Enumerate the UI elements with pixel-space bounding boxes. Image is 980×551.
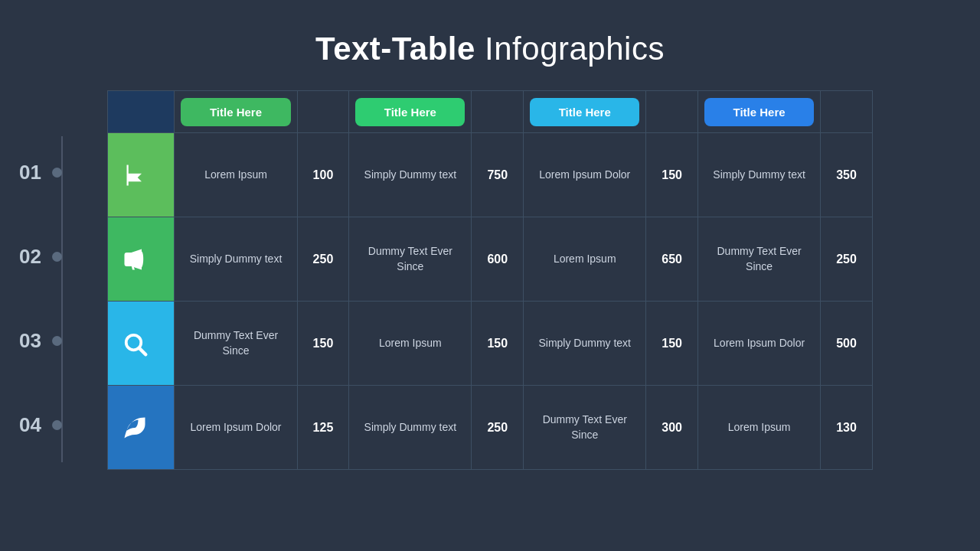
text-cell-r4-c1: Lorem Ipsum Dolor bbox=[175, 386, 297, 470]
icon-wrapper bbox=[108, 133, 162, 217]
text-cell-r2-c4: Dummy Text Ever Since bbox=[698, 217, 821, 302]
num-cell-r3-c2: 150 bbox=[472, 302, 524, 386]
table-row: Dummy Text Ever Since150Lorem Ipsum150Si… bbox=[108, 302, 873, 386]
row-label-2: 02 bbox=[19, 245, 62, 269]
num-cell-r2-c1: 250 bbox=[297, 217, 349, 302]
num-cell-r4-c2: 250 bbox=[472, 386, 524, 470]
header-num-col-3 bbox=[646, 91, 698, 133]
header-badge-3: Title Here bbox=[530, 98, 639, 126]
title-bold: Text-Table bbox=[315, 31, 475, 67]
header-row: Title Here Title Here Title Here Title H… bbox=[108, 91, 873, 133]
num-cell-r3-c1: 150 bbox=[297, 302, 349, 386]
row-label-4: 04 bbox=[19, 413, 62, 437]
text-cell-r3-c4: Lorem Ipsum Dolor bbox=[698, 302, 821, 386]
num-cell-r1-c1: 100 bbox=[297, 133, 349, 217]
text-cell-r4-c4: Lorem Ipsum bbox=[698, 386, 821, 470]
page-title: Text-Table Infographics bbox=[315, 31, 665, 67]
header-badge-2: Title Here bbox=[355, 98, 465, 126]
num-cell-r1-c3: 150 bbox=[646, 133, 698, 217]
text-cell-r3-c3: Simply Dummy text bbox=[524, 302, 646, 386]
row-label-3: 03 bbox=[19, 329, 62, 353]
table-row: Lorem Ipsum100Simply Dummy text750Lorem … bbox=[108, 133, 873, 217]
num-cell-r2-c2: 600 bbox=[472, 217, 524, 302]
icon-cell-4 bbox=[108, 386, 175, 470]
icon-cell-3 bbox=[108, 302, 175, 386]
icon-wrapper bbox=[108, 302, 162, 385]
num-cell-r2-c3: 650 bbox=[646, 217, 698, 302]
timeline-dot bbox=[52, 252, 62, 262]
header-num-col-4 bbox=[821, 91, 873, 133]
header-badge-1: Title Here bbox=[181, 98, 290, 126]
text-cell-r1-c3: Lorem Ipsum Dolor bbox=[524, 133, 646, 217]
header-badge-4: Title Here bbox=[704, 98, 814, 126]
text-cell-r2-c1: Simply Dummy text bbox=[175, 217, 297, 302]
table-row: Lorem Ipsum Dolor125Simply Dummy text250… bbox=[108, 386, 873, 470]
header-text-col-3: Title Here bbox=[524, 91, 646, 133]
row-label-1: 01 bbox=[19, 161, 62, 184]
timeline-dot bbox=[52, 420, 62, 430]
header-num-col-2 bbox=[472, 91, 524, 133]
header-num-col-1 bbox=[297, 91, 349, 133]
num-cell-r3-c3: 150 bbox=[646, 302, 698, 386]
num-cell-r1-c4: 350 bbox=[821, 133, 873, 217]
icon-cell-2 bbox=[108, 217, 175, 302]
text-cell-r1-c2: Simply Dummy text bbox=[349, 133, 472, 217]
num-cell-r4-c4: 130 bbox=[821, 386, 873, 470]
text-cell-r4-c3: Dummy Text Ever Since bbox=[524, 386, 646, 470]
text-cell-r3-c1: Dummy Text Ever Since bbox=[175, 302, 297, 386]
svg-line-1 bbox=[139, 348, 145, 354]
infographic-table: Title Here Title Here Title Here Title H… bbox=[107, 90, 873, 470]
row-number: 01 bbox=[19, 161, 41, 184]
title-light: Infographics bbox=[475, 31, 665, 67]
num-cell-r4-c1: 125 bbox=[297, 386, 349, 470]
header-text-col-2: Title Here bbox=[349, 91, 472, 133]
row-number: 02 bbox=[19, 245, 41, 269]
row-number: 03 bbox=[19, 329, 41, 353]
num-cell-r2-c4: 250 bbox=[821, 217, 873, 302]
text-cell-r3-c2: Lorem Ipsum bbox=[349, 302, 472, 386]
text-cell-r2-c2: Dummy Text Ever Since bbox=[349, 217, 472, 302]
num-cell-r3-c4: 500 bbox=[821, 302, 873, 386]
row-number: 04 bbox=[19, 413, 41, 437]
timeline-dot bbox=[52, 168, 62, 178]
icon-wrapper bbox=[108, 217, 162, 301]
text-cell-r4-c2: Simply Dummy text bbox=[349, 386, 472, 470]
num-cell-r4-c3: 300 bbox=[646, 386, 698, 470]
text-cell-r1-c1: Lorem Ipsum bbox=[175, 133, 297, 217]
icon-wrapper bbox=[108, 386, 162, 469]
num-cell-r1-c2: 750 bbox=[472, 133, 524, 217]
table-container: Title Here Title Here Title Here Title H… bbox=[107, 90, 873, 470]
header-text-col-1: Title Here bbox=[175, 91, 297, 133]
header-text-col-4: Title Here bbox=[698, 91, 821, 133]
timeline-dot bbox=[52, 336, 62, 346]
header-empty-cell bbox=[108, 91, 175, 133]
icon-cell-1 bbox=[108, 133, 175, 217]
text-cell-r1-c4: Simply Dummy text bbox=[698, 133, 821, 217]
table-row: Simply Dummy text250Dummy Text Ever Sinc… bbox=[108, 217, 873, 302]
text-cell-r2-c3: Lorem Ipsum bbox=[524, 217, 646, 302]
